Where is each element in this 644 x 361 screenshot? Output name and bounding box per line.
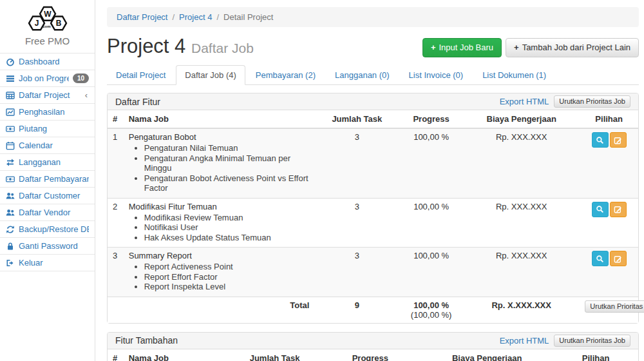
subtask: Report Activeness Point xyxy=(144,262,310,272)
subtask: Pengaturan Bobot Activeness Point vs Eff… xyxy=(144,173,310,193)
row-cost: Rp. XXX.XXX xyxy=(463,248,580,297)
breadcrumb-link-project-4[interactable]: Project 4 xyxy=(179,12,212,22)
tab-pembayaran[interactable]: Pembayaran (2) xyxy=(247,65,325,85)
view-job-button[interactable] xyxy=(592,202,609,217)
job-title: Summary Report xyxy=(129,251,310,260)
urutkan-prioritas-job-button[interactable]: Urutkan Prioritas Job xyxy=(554,95,630,108)
col-biaya: Biaya Pengerjaan xyxy=(463,110,580,128)
jwb-logo-icon: W J B .com xyxy=(24,5,71,32)
sidebar-item-piutang[interactable]: Piutang xyxy=(0,121,95,137)
urutkan-prioritas-job-button[interactable]: Urutkan Prioritas Job xyxy=(554,335,630,347)
sidebar-item-daftar-pembayaran[interactable]: Daftar Pembayaran xyxy=(0,171,95,188)
sidebar-item-label: Daftar Customer xyxy=(19,191,89,200)
line-chart-icon xyxy=(6,108,15,117)
subtask: Pengaturan Angka Minimal Temuan per Ming… xyxy=(144,153,310,173)
breadcrumb-link-daftar-project[interactable]: Daftar Project xyxy=(117,12,167,22)
app-window: W J B .com Free PMO Dashboard Job on Pro… xyxy=(0,0,644,361)
subtask-list: Pengaturan Nilai Temuan Pengaturan Angka… xyxy=(144,143,310,193)
row-tasks: 3 xyxy=(314,128,399,198)
total-progress: 100,00 % (100,00 %) xyxy=(399,297,463,323)
svg-text:J: J xyxy=(34,19,39,28)
input-job-baru-button[interactable]: + Input Job Baru xyxy=(422,38,502,57)
edit-icon xyxy=(614,136,622,144)
export-html-link[interactable]: Export HTML xyxy=(500,336,549,346)
panel-title: Fitur Tambahan xyxy=(115,335,178,346)
col-jumlah-task: Jumlah Task xyxy=(314,110,399,128)
panel-fitur-tambahan: Fitur Tambahan Export HTML Urutkan Prior… xyxy=(107,332,639,361)
table-icon xyxy=(6,91,15,100)
tab-daftar-job[interactable]: Daftar Job (4) xyxy=(176,65,245,85)
tambah-job-dari-project-lain-button[interactable]: + Tambah Job dari Project Lain xyxy=(506,38,639,57)
table-header-row: # Nama Job Jumlah Task Progress Biaya Pe… xyxy=(108,110,638,128)
sidebar-item-daftar-customer[interactable]: Daftar Customer xyxy=(0,188,95,204)
row-actions xyxy=(580,198,638,248)
sidebar: W J B .com Free PMO Dashboard Job on Pro… xyxy=(0,0,95,361)
brand-link[interactable]: W J B .com Free PMO xyxy=(0,0,95,53)
panel-title: Daftar Fitur xyxy=(115,97,160,107)
sidebar-item-langganan[interactable]: Langganan xyxy=(0,154,95,171)
lock-icon xyxy=(6,242,15,251)
sidebar-item-label: Ganti Password xyxy=(19,241,89,251)
row-job-cell: Modifikasi Fitur Temuan Modifikasi Revie… xyxy=(124,198,315,248)
breadcrumb-current: Detail Project xyxy=(223,12,273,22)
col-num: # xyxy=(108,349,124,361)
sidebar-item-penghasilan[interactable]: Penghasilan xyxy=(0,104,95,121)
row-cost: Rp. XXX.XXX xyxy=(463,198,580,248)
job-count-badge: 10 xyxy=(73,73,89,83)
tab-list-invoice[interactable]: List Invoice (0) xyxy=(400,65,473,85)
edit-job-button[interactable] xyxy=(610,251,627,266)
sign-out-icon xyxy=(6,259,15,268)
sidebar-item-label: Job on Progress xyxy=(19,73,69,83)
view-job-button[interactable] xyxy=(592,132,609,148)
tab-langganan[interactable]: Langganan (0) xyxy=(326,65,399,85)
fitur-tambahan-table: # Nama Job Jumlah Task Progress Biaya Pe… xyxy=(108,349,638,361)
row-actions xyxy=(580,248,638,297)
edit-icon xyxy=(614,205,622,213)
sidebar-item-label: Calendar xyxy=(19,141,89,150)
brand-subtitle: Free PMO xyxy=(0,35,95,46)
svg-text:.com: .com xyxy=(41,24,50,28)
money-icon xyxy=(6,175,15,184)
retweet-icon xyxy=(6,158,15,167)
view-job-button[interactable] xyxy=(592,251,609,266)
urutkan-prioritas-job-button[interactable]: Urutkan Prioritas Job xyxy=(585,300,644,313)
sidebar-item-calendar[interactable]: Calendar xyxy=(0,137,95,154)
page-subtitle: Daftar Job xyxy=(191,41,254,55)
sidebar-item-job-on-progress[interactable]: Job on Progress 10 xyxy=(0,70,95,87)
refresh-icon xyxy=(6,225,15,234)
tab-detail-project[interactable]: Detail Project xyxy=(107,65,175,85)
sidebar-item-label: Backup/Restore DB xyxy=(19,224,89,234)
sidebar-item-dashboard[interactable]: Dashboard xyxy=(0,54,95,70)
svg-text:W: W xyxy=(44,10,52,19)
dashboard-icon xyxy=(6,57,15,66)
sidebar-item-ganti-password[interactable]: Ganti Password xyxy=(0,238,95,255)
subtask: Report Effort Factor xyxy=(144,272,310,282)
export-html-link[interactable]: Export HTML xyxy=(500,97,549,106)
job-title: Pengaturan Bobot xyxy=(129,132,310,142)
plus-icon: + xyxy=(514,43,519,53)
edit-job-button[interactable] xyxy=(610,202,627,217)
col-biaya: Biaya Pengerjaan xyxy=(421,349,553,361)
users-icon xyxy=(6,208,15,217)
row-actions xyxy=(580,128,638,198)
subtask: Report Inspekta Level xyxy=(144,282,310,292)
edit-job-button[interactable] xyxy=(610,132,627,148)
panel-daftar-fitur: Daftar Fitur Export HTML Urutkan Priorit… xyxy=(107,93,639,324)
total-label: Total xyxy=(124,297,315,323)
tab-list-dokumen[interactable]: List Dokumen (1) xyxy=(473,65,555,85)
col-num: # xyxy=(108,110,124,128)
sidebar-item-daftar-project[interactable]: Daftar Project ‹ xyxy=(0,87,95,104)
breadcrumb-separator: / xyxy=(216,12,219,22)
col-nama-job: Nama Job xyxy=(124,349,230,361)
subtask-list: Report Activeness Point Report Effort Fa… xyxy=(144,262,310,292)
project-tabs: Detail Project Daftar Job (4) Pembayaran… xyxy=(107,65,639,85)
calendar-icon xyxy=(6,141,15,150)
subtask: Modifikasi Review Temuan xyxy=(144,213,310,223)
total-cost: Rp. X.XXX.XXX xyxy=(463,297,580,323)
sidebar-item-daftar-vendor[interactable]: Daftar Vendor xyxy=(0,204,95,221)
sidebar-item-backup-restore-db[interactable]: Backup/Restore DB xyxy=(0,221,95,238)
job-title: Modifikasi Fitur Temuan xyxy=(129,202,310,211)
col-pilihan: Pilihan xyxy=(553,349,638,361)
chevron-left-icon: ‹ xyxy=(85,90,89,100)
sidebar-item-keluar[interactable]: Keluar xyxy=(0,255,95,271)
